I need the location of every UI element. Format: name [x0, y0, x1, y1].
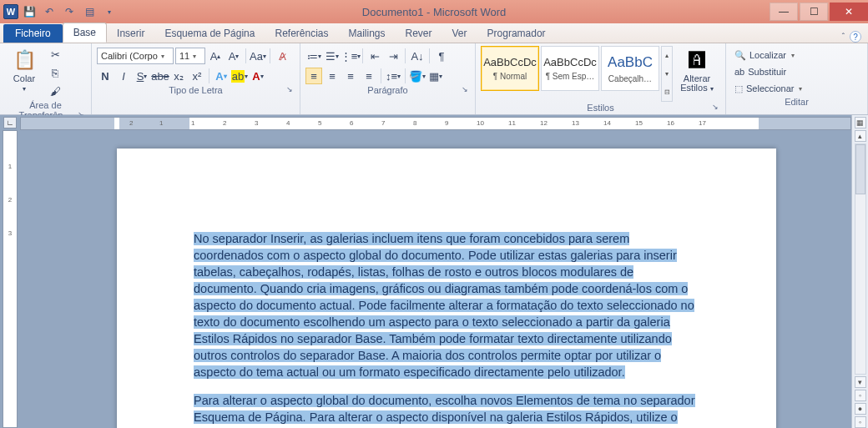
tab-programador[interactable]: Programador [477, 24, 556, 43]
ruler-tick: 6 [350, 119, 353, 127]
gallery-more-icon[interactable]: ⊟ [662, 83, 672, 101]
paste-button[interactable]: 📋 Colar▾ [5, 46, 43, 93]
help-icon[interactable]: ? [850, 31, 861, 43]
styles-launcher-icon[interactable]: ↘ [710, 103, 720, 113]
ruler-tick: 7 [381, 119, 385, 127]
ruler-tick: 17 [699, 119, 706, 127]
find-button[interactable]: 🔍Localizar▾ [731, 48, 862, 63]
tab-file[interactable]: Ficheiro [3, 24, 63, 43]
vertical-ruler-gutter: ∟ 1 2 3 [0, 115, 20, 428]
align-justify-icon[interactable]: ≡ [361, 68, 377, 84]
scroll-up-icon[interactable]: ▴ [855, 130, 866, 142]
select-icon: ⬚ [734, 83, 743, 94]
page: No separador Inserir, as galerias inclue… [117, 149, 776, 428]
maximize-button[interactable]: ☐ [800, 3, 828, 21]
align-right-icon[interactable]: ≡ [342, 68, 359, 84]
style-gallery-arrows: ▴ ▾ ⊟ [661, 46, 673, 102]
tab-referencias[interactable]: Referências [265, 24, 338, 43]
indent-decrease-icon[interactable]: ⇤ [366, 48, 383, 64]
bold-button[interactable]: N [97, 68, 114, 84]
ruler-tick: 2 [223, 119, 226, 127]
highlight-icon[interactable]: ab▾ [231, 68, 248, 84]
line-spacing-icon[interactable]: ↕≡▾ [385, 68, 401, 84]
align-left-icon[interactable]: ≡ [305, 68, 322, 84]
cut-icon[interactable]: ✂ [47, 46, 63, 63]
minimize-button[interactable]: — [770, 3, 798, 21]
title-bar: W 💾 ↶ ↷ ▤ ▾ Documento1 - Microsoft Word … [0, 0, 868, 23]
group-label-editing: Editar [731, 96, 862, 107]
next-page-icon[interactable]: ◦ [855, 416, 866, 428]
borders-icon[interactable]: ▦▾ [427, 68, 444, 84]
font-size-combo[interactable]: 11▾ [175, 48, 205, 64]
ribbon-tabs: Ficheiro Base Inserir Esquema de Página … [0, 23, 868, 43]
change-case-icon[interactable]: Aa▾ [250, 48, 266, 64]
gallery-down-icon[interactable]: ▾ [662, 65, 672, 83]
tab-selector-icon[interactable]: ∟ [3, 117, 17, 128]
select-button[interactable]: ⬚Seleccionar▾ [731, 81, 862, 96]
numbering-icon[interactable]: ☰▾ [324, 48, 341, 64]
multilevel-icon[interactable]: ⋮≡▾ [342, 48, 359, 64]
paragraph-1[interactable]: No separador Inserir, as galerias inclue… [194, 230, 699, 380]
gallery-up-icon[interactable]: ▴ [662, 47, 672, 65]
tab-mailings[interactable]: Mailings [339, 24, 396, 43]
redo-icon[interactable]: ↷ [60, 3, 78, 20]
group-label-paragraph: Parágrafo ↘ [305, 84, 470, 95]
workspace: ∟ 1 2 3 2 1 1234567891011121314151617 No… [0, 115, 868, 428]
ruler-tick: 8 [413, 119, 416, 127]
superscript-button[interactable]: x² [189, 68, 205, 84]
font-launcher-icon[interactable]: ↘ [285, 85, 295, 95]
paragraph-2[interactable]: Para alterar o aspecto global do documen… [194, 392, 699, 425]
shrink-font-icon[interactable]: A▾ [225, 48, 242, 64]
underline-button[interactable]: S▾ [134, 68, 150, 84]
show-marks-icon[interactable]: ¶ [433, 48, 450, 64]
sort-icon[interactable]: A↓ [409, 48, 426, 64]
clear-formatting-icon[interactable]: A̷ [274, 48, 290, 64]
save-icon[interactable]: 💾 [20, 3, 38, 20]
italic-button[interactable]: I [115, 68, 132, 84]
prev-page-icon[interactable]: ◦ [855, 390, 866, 401]
strike-button[interactable]: abe [152, 68, 169, 84]
document-viewport[interactable]: No separador Inserir, as galerias inclue… [20, 130, 851, 428]
subscript-button[interactable]: x₂ [170, 68, 187, 84]
document-area: 2 1 1234567891011121314151617 No separad… [20, 115, 851, 428]
shading-icon[interactable]: 🪣▾ [409, 68, 426, 84]
format-painter-icon[interactable]: 🖌 [47, 83, 63, 99]
undo-icon[interactable]: ↶ [40, 3, 58, 20]
ruler-toggle-icon[interactable]: ▦ [855, 117, 866, 128]
tab-ver[interactable]: Ver [442, 24, 477, 43]
text-effects-icon[interactable]: A▾ [213, 68, 230, 84]
grow-font-icon[interactable]: A▴ [207, 48, 224, 64]
horizontal-ruler[interactable]: 2 1 1234567891011121314151617 [20, 117, 851, 130]
vertical-scrollbar: ▦ ▴ ▾ ◦ ● ◦ [851, 115, 868, 428]
scroll-track[interactable] [855, 144, 866, 375]
replace-button[interactable]: abSubstituir [731, 64, 862, 79]
style-normal[interactable]: AaBbCcDc ¶ Normal [481, 46, 539, 91]
style-no-spacing[interactable]: AaBbCcDc ¶ Sem Esp… [541, 46, 599, 91]
tab-esquema[interactable]: Esquema de Página [154, 24, 265, 43]
ribbon: 📋 Colar▾ ✂ ⎘ 🖌 Área de Transferên… ↘ Cal… [0, 43, 868, 115]
change-styles-icon: 🅰 [684, 48, 709, 73]
scroll-thumb[interactable] [855, 144, 865, 194]
paragraph-launcher-icon[interactable]: ↘ [460, 85, 470, 95]
close-button[interactable]: ✕ [830, 3, 868, 21]
qat-customize-icon[interactable]: ▾ [100, 3, 119, 20]
word-app-icon[interactable]: W [3, 4, 18, 19]
copy-icon[interactable]: ⎘ [47, 64, 63, 81]
font-color-icon[interactable]: A▾ [250, 68, 266, 84]
tab-inserir[interactable]: Inserir [107, 24, 154, 43]
align-center-icon[interactable]: ≡ [324, 68, 341, 84]
style-heading[interactable]: AaBbC Cabeçalh… [601, 46, 659, 91]
change-styles-button[interactable]: 🅰 Alterar Estilos ▾ [676, 46, 718, 102]
ruler-tick: 3 [255, 119, 258, 127]
ruler-tick: 13 [572, 119, 579, 127]
ribbon-minimize-icon[interactable]: ˆ [842, 33, 845, 42]
font-name-combo[interactable]: Calibri (Corpo▾ [97, 48, 174, 64]
scroll-down-icon[interactable]: ▾ [855, 376, 866, 388]
indent-increase-icon[interactable]: ⇥ [385, 48, 401, 64]
tab-base[interactable]: Base [63, 23, 107, 43]
tab-rever[interactable]: Rever [396, 24, 442, 43]
bullets-icon[interactable]: ≔▾ [305, 48, 322, 64]
browse-object-icon[interactable]: ● [855, 403, 866, 415]
vertical-ruler[interactable]: 1 2 3 [3, 130, 18, 428]
print-icon[interactable]: ▤ [80, 3, 98, 20]
